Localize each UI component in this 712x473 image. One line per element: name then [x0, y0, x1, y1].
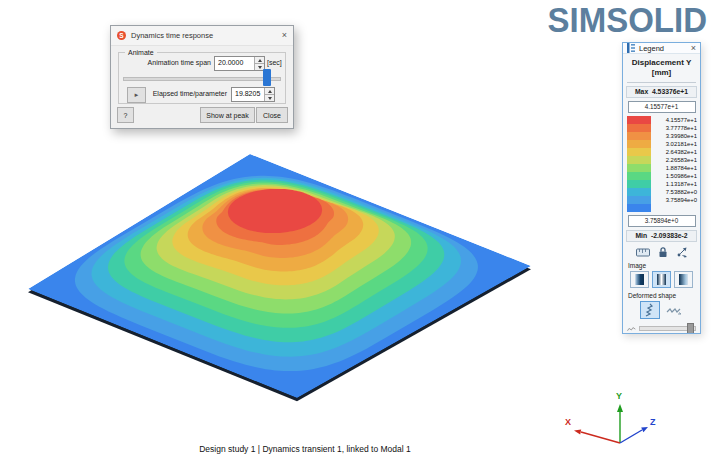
legend-titlebar[interactable]: Legend × [623, 43, 700, 54]
time-span-spinner[interactable] [254, 57, 264, 70]
study-caption: Design study 1 | Dynamics transient 1, l… [160, 444, 450, 454]
legend-swatch-3 [627, 140, 651, 148]
x-axis-arrowhead [574, 430, 581, 435]
dialog-close-icon[interactable]: × [282, 31, 287, 40]
legend-tick-label: 4.15577e+1 [651, 116, 698, 124]
spring-icon [643, 303, 657, 317]
legend-quantity-name: Displacement Y [623, 58, 700, 68]
deformation-scale-row [626, 324, 696, 332]
orientation-triad: Y X Z [555, 385, 665, 460]
elapsed-spinbox[interactable]: 19.8205 [231, 87, 275, 102]
legend-toolbar [623, 246, 700, 258]
legend-swatch-9 [627, 188, 651, 196]
legend-icon [627, 43, 635, 53]
gradient-bar-icon [657, 274, 666, 285]
legend-tick-label: 2.64382e+1 [651, 148, 698, 156]
image-style-buttons [623, 271, 700, 288]
deformed-shape-group-label: Deformed shape [628, 292, 700, 299]
help-button[interactable]: ? [117, 107, 134, 123]
animation-slider-track[interactable] [123, 77, 281, 81]
z-axis-line [620, 430, 642, 443]
legend-swatch-2 [627, 132, 651, 140]
image-style-right-button[interactable] [674, 271, 693, 288]
application-window: SIMSOLID Design study 1 | Dynamics trans… [0, 0, 712, 473]
simsolid-logo: SIMSOLID [547, 1, 707, 41]
probe-arrows-icon[interactable] [676, 246, 688, 258]
elapsed-spinner[interactable] [264, 88, 274, 101]
legend-tick-label: 3.75894e+0 [651, 196, 698, 204]
legend-swatch-5 [627, 156, 651, 164]
legend-quantity: Displacement Y [mm] [623, 58, 700, 78]
legend-swatch-4 [627, 148, 651, 156]
time-span-spinbox[interactable]: 20.0000 [214, 56, 265, 71]
legend-tick-label: 3.77778e+1 [651, 124, 698, 132]
legend-upper-bound-field[interactable]: 4.15577e+1 [628, 101, 696, 113]
image-style-left-button[interactable] [630, 271, 649, 288]
time-span-label: Animation time span [121, 59, 211, 66]
elapsed-label: Elapsed time/parameter [149, 90, 227, 97]
plate-contour-bands [28, 154, 531, 398]
legend-swatch-11 [627, 204, 651, 212]
x-axis-line [581, 432, 620, 443]
y-axis-arrowhead [617, 404, 623, 412]
flat-spring-icon [666, 304, 682, 316]
legend-swatch-8 [627, 180, 651, 188]
legend-lower-bound-field[interactable]: 3.75894e+0 [628, 215, 696, 227]
simsolid-app-icon: S [117, 31, 126, 40]
legend-swatch-10 [627, 196, 651, 204]
dynamics-time-response-dialog: S Dynamics time response × Animate Anima… [110, 25, 294, 129]
y-axis-label: Y [616, 391, 622, 401]
legend-tick-label: 3.39980e+1 [651, 132, 698, 140]
legend-tick-label: 1.50986e+1 [651, 172, 698, 180]
legend-tick-column: 4.15577e+13.77778e+13.39980e+13.02181e+1… [651, 116, 698, 212]
legend-swatch-1 [627, 124, 651, 132]
legend-swatch-column [627, 116, 651, 212]
ruler-icon[interactable] [636, 248, 650, 257]
legend-title: Legend [639, 44, 691, 53]
legend-quantity-unit: [mm] [623, 68, 700, 78]
close-button[interactable]: Close [256, 107, 288, 123]
time-span-unit: [sec] [267, 59, 282, 66]
animation-slider-handle[interactable] [263, 69, 271, 86]
legend-tick-label: 7.53882e+0 [651, 188, 698, 196]
deformation-scale-handle[interactable] [687, 323, 694, 334]
small-spring-icon [626, 324, 637, 332]
gradient-bar-icon [635, 274, 644, 285]
image-group-label: Image [628, 262, 700, 269]
x-axis-label: X [565, 417, 571, 427]
legend-swatch-7 [627, 172, 651, 180]
legend-separator [627, 82, 696, 83]
deformed-shape-off-button[interactable] [664, 301, 684, 319]
deformed-shape-buttons [623, 301, 700, 319]
show-at-peak-button[interactable]: Show at peak [200, 107, 255, 123]
gradient-bar-icon [679, 274, 688, 285]
legend-tick-label: 1.88784e+1 [651, 164, 698, 172]
deformed-shape-on-button[interactable] [640, 301, 660, 319]
dialog-titlebar[interactable]: S Dynamics time response × [111, 26, 293, 46]
legend-tick-label: 1.13187e+1 [651, 180, 698, 188]
spin-down-icon[interactable] [265, 94, 274, 101]
legend-panel: Legend × Displacement Y [mm] Max 4.53376… [622, 42, 701, 334]
dialog-title: Dynamics time response [131, 31, 282, 40]
time-span-value[interactable]: 20.0000 [215, 57, 254, 70]
play-button[interactable]: ► [127, 87, 146, 103]
legend-color-scale: 4.15577e+13.77778e+13.39980e+13.02181e+1… [627, 116, 698, 212]
legend-max-label: Max 4.53376e+1 [626, 86, 697, 98]
play-icon: ► [134, 92, 140, 98]
z-axis-arrowhead [641, 427, 648, 432]
z-axis-label: Z [650, 417, 656, 427]
elapsed-value[interactable]: 19.8205 [232, 88, 264, 101]
legend-close-icon[interactable]: × [691, 44, 696, 53]
image-style-center-button[interactable] [652, 271, 671, 288]
deformation-scale-slider[interactable] [639, 326, 696, 331]
legend-swatch-0 [627, 116, 651, 124]
legend-min-label: Min -2.09383e-2 [626, 230, 697, 242]
lock-icon[interactable] [658, 246, 668, 258]
legend-tick-label: 3.02181e+1 [651, 140, 698, 148]
animate-group-label: Animate [125, 49, 157, 56]
legend-tick-label: 2.26583e+1 [651, 156, 698, 164]
legend-swatch-6 [627, 164, 651, 172]
